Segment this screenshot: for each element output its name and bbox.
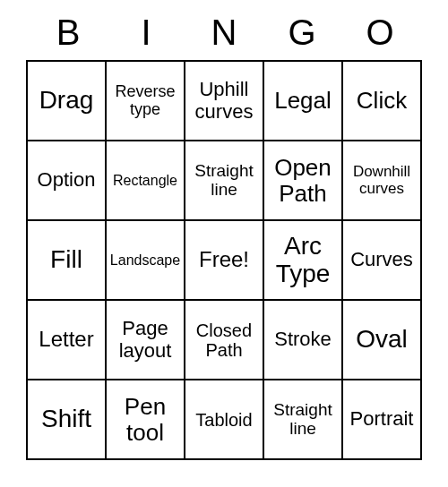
bingo-cell[interactable]: Drag [27, 61, 106, 141]
bingo-cell[interactable]: Option [27, 141, 106, 220]
bingo-cell[interactable]: Shift [27, 380, 106, 459]
bingo-header: B I N G O [27, 13, 421, 53]
bingo-cell[interactable]: Stroke [263, 300, 342, 380]
bingo-cell[interactable]: Arc Type [263, 220, 342, 300]
header-letter-b: B [50, 13, 86, 53]
bingo-cell[interactable]: Page layout [106, 300, 185, 380]
bingo-cell[interactable]: Click [342, 61, 421, 141]
bingo-cell[interactable]: Uphill curves [185, 61, 263, 141]
header-letter-g: G [284, 13, 320, 53]
bingo-cell[interactable]: Straight line [263, 380, 342, 459]
header-letter-n: N [206, 13, 242, 53]
bingo-cell[interactable]: Open Path [263, 141, 342, 220]
bingo-cell[interactable]: Fill [27, 220, 106, 300]
header-letter-i: I [128, 13, 164, 53]
bingo-cell-free[interactable]: Free! [185, 220, 263, 300]
bingo-cell[interactable]: Landscape [106, 220, 185, 300]
bingo-cell[interactable]: Tabloid [185, 380, 263, 459]
bingo-cell[interactable]: Reverse type [106, 61, 185, 141]
bingo-cell[interactable]: Portrait [342, 380, 421, 459]
header-letter-o: O [362, 13, 398, 53]
bingo-cell[interactable]: Straight line [185, 141, 263, 220]
bingo-cell[interactable]: Letter [27, 300, 106, 380]
bingo-cell[interactable]: Downhill curves [342, 141, 421, 220]
bingo-cell[interactable]: Pen tool [106, 380, 185, 459]
bingo-cell[interactable]: Curves [342, 220, 421, 300]
bingo-cell[interactable]: Rectangle [106, 141, 185, 220]
bingo-grid: Drag Reverse type Uphill curves Legal Cl… [26, 60, 422, 460]
bingo-cell[interactable]: Closed Path [185, 300, 263, 380]
bingo-cell[interactable]: Oval [342, 300, 421, 380]
bingo-cell[interactable]: Legal [263, 61, 342, 141]
